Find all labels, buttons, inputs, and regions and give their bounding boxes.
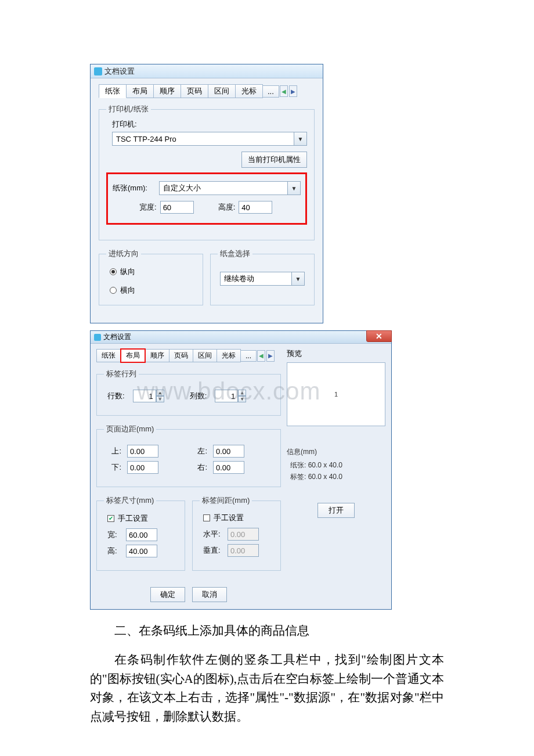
info-legend: 信息(mm) xyxy=(287,447,385,457)
tab-range[interactable]: 区间 xyxy=(193,349,217,362)
margin-right-label: 右: xyxy=(193,462,207,473)
gap-vertical-label: 垂直: xyxy=(203,545,223,556)
orientation-portrait-radio[interactable]: 纵向 xyxy=(110,267,135,277)
tab-scroll-right-icon[interactable]: ▶ xyxy=(266,350,275,362)
tab-scroll-left-icon[interactable]: ◀ xyxy=(257,350,265,362)
label-gap-manual-check[interactable]: 手工设置 xyxy=(203,513,244,523)
open-button[interactable]: 打开 xyxy=(317,503,355,518)
tab-more[interactable]: ... xyxy=(262,85,279,98)
printer-combo[interactable]: TSC TTP-244 Pro ▼ xyxy=(112,132,307,146)
width-label: 宽度: xyxy=(139,202,157,213)
gap-horizontal-label: 水平: xyxy=(203,529,223,539)
body-paragraph: 在条码制作软件左侧的竖条工具栏中，找到"绘制图片文本的"图标按钮(实心A的图标)… xyxy=(90,650,444,726)
label-width-input[interactable] xyxy=(126,528,157,541)
printer-paper-legend: 打印机/纸张 xyxy=(106,104,151,114)
tab-strip: 纸张 布局 顺序 页码 区间 光标 ... ◀ ▶ xyxy=(99,84,315,98)
feed-direction-group: 进纸方向 纵向 横向 xyxy=(99,249,203,305)
printer-label: 打印机: xyxy=(112,119,307,129)
tab-cursor[interactable]: 光标 xyxy=(235,84,263,98)
app-icon xyxy=(94,334,101,341)
close-button[interactable]: ✕ xyxy=(366,330,392,342)
label-gap-group: 标签间距(mm) 手工设置 水平: xyxy=(192,495,281,571)
chevron-down-icon[interactable]: ▼ xyxy=(291,272,304,285)
margin-bottom-input[interactable] xyxy=(127,461,158,474)
printer-properties-button[interactable]: 当前打印机属性 xyxy=(241,152,307,168)
chevron-down-icon[interactable]: ▼ xyxy=(287,182,300,195)
preview-label: 预览 xyxy=(287,348,385,359)
cols-input[interactable] xyxy=(215,390,238,402)
label-height-label: 高: xyxy=(107,546,121,556)
cancel-button[interactable]: 取消 xyxy=(192,587,227,602)
tab-cursor[interactable]: 光标 xyxy=(217,349,241,362)
rows-cols-legend: 标签行列 xyxy=(104,369,139,379)
chevron-down-icon[interactable]: ▼ xyxy=(238,396,246,402)
feed-direction-legend: 进纸方向 xyxy=(106,249,141,259)
titlebar: 文档设置 xyxy=(91,64,323,78)
tab-order[interactable]: 顺序 xyxy=(145,349,169,362)
tray-value: 继续卷动 xyxy=(221,273,291,284)
dialog-title: 文档设置 xyxy=(104,66,135,77)
tab-scroll-left-icon[interactable]: ◀ xyxy=(280,85,288,97)
tray-combo[interactable]: 继续卷动 ▼ xyxy=(220,272,305,286)
page-margins-group: 页面边距(mm) 上: 左: 下: xyxy=(96,424,281,487)
tab-strip: 纸张 布局 顺序 页码 区间 光标 ... ◀ ▶ xyxy=(96,348,281,363)
margins-legend: 页面边距(mm) xyxy=(104,424,156,434)
chevron-up-icon[interactable]: ▲ xyxy=(156,390,164,396)
info-group: 信息(mm) 纸张: 60.0 x 40.0 标签: 60.0 x 40.0 xyxy=(287,447,385,483)
printer-paper-group: 打印机/纸张 打印机: TSC TTP-244 Pro ▼ 当前打印机属性 纸张… xyxy=(99,104,315,240)
highlighted-paper-size-area: 纸张(mm): 自定义大小 ▼ 宽度: 高度: xyxy=(106,172,307,225)
paper-size-label: 纸张(mm): xyxy=(113,183,156,193)
label-gap-legend: 标签间距(mm) xyxy=(200,495,252,506)
rows-stepper[interactable]: ▲▼ xyxy=(133,390,164,402)
margin-right-input[interactable] xyxy=(213,461,244,474)
height-label: 高度: xyxy=(218,202,236,213)
titlebar: 文档设置 ✕ xyxy=(91,331,391,344)
tab-more[interactable]: ... xyxy=(240,350,257,362)
label-size-group: 标签尺寸(mm) ✔ 手工设置 宽: xyxy=(96,495,185,571)
tab-scroll-right-icon[interactable]: ▶ xyxy=(289,85,297,97)
cols-label: 列数: xyxy=(190,391,207,401)
app-icon xyxy=(94,67,102,75)
landscape-label: 横向 xyxy=(120,285,135,296)
checkbox-icon: ✔ xyxy=(107,515,114,522)
rows-label: 行数: xyxy=(107,391,125,401)
preview-area: 1 xyxy=(287,362,385,426)
orientation-landscape-radio[interactable]: 横向 xyxy=(110,285,135,296)
tab-range[interactable]: 区间 xyxy=(208,84,236,98)
tab-paper[interactable]: 纸张 xyxy=(96,349,121,362)
paper-size-combo[interactable]: 自定义大小 ▼ xyxy=(159,181,301,195)
gap-vertical-input xyxy=(228,544,259,557)
margin-top-input[interactable] xyxy=(127,445,158,458)
tab-paper[interactable]: 纸张 xyxy=(99,84,127,98)
info-label-size: 标签: 60.0 x 40.0 xyxy=(290,471,385,483)
label-size-legend: 标签尺寸(mm) xyxy=(104,495,156,506)
width-input[interactable] xyxy=(160,201,194,214)
chevron-up-icon[interactable]: ▲ xyxy=(238,390,246,396)
info-paper-size: 纸张: 60.0 x 40.0 xyxy=(290,459,385,471)
margin-left-input[interactable] xyxy=(213,445,244,458)
cols-stepper[interactable]: ▲▼ xyxy=(215,390,246,402)
paper-size-value: 自定义大小 xyxy=(160,183,287,193)
manual-label: 手工设置 xyxy=(118,513,148,524)
chevron-down-icon[interactable]: ▼ xyxy=(156,396,164,402)
close-icon: ✕ xyxy=(376,332,383,341)
label-height-input[interactable] xyxy=(126,545,157,557)
tab-page-num[interactable]: 页码 xyxy=(169,349,193,362)
tab-order[interactable]: 顺序 xyxy=(153,84,181,98)
ok-button[interactable]: 确定 xyxy=(150,587,185,602)
rows-input[interactable] xyxy=(133,390,156,402)
dialog-title: 文档设置 xyxy=(103,332,131,342)
label-size-manual-check[interactable]: ✔ 手工设置 xyxy=(107,513,148,524)
doc-settings-dialog-2: www.bdocx.com 文档设置 ✕ 纸张 布局 顺序 页码 区间 光标 .… xyxy=(90,330,392,610)
doc-settings-dialog-1: 文档设置 纸张 布局 顺序 页码 区间 光标 ... ◀ ▶ 打印机/纸张 打印… xyxy=(90,64,323,323)
tab-layout[interactable]: 布局 xyxy=(120,348,146,363)
height-input[interactable] xyxy=(239,201,272,214)
portrait-label: 纵向 xyxy=(120,267,135,277)
tab-page-num[interactable]: 页码 xyxy=(181,84,208,98)
radio-dot-icon xyxy=(110,268,117,275)
radio-dot-icon xyxy=(110,287,117,294)
tab-layout[interactable]: 布局 xyxy=(126,84,154,98)
chevron-down-icon[interactable]: ▼ xyxy=(294,132,306,145)
preview-page-number: 1 xyxy=(334,391,338,398)
tray-group: 纸盒选择 继续卷动 ▼ xyxy=(210,249,315,305)
